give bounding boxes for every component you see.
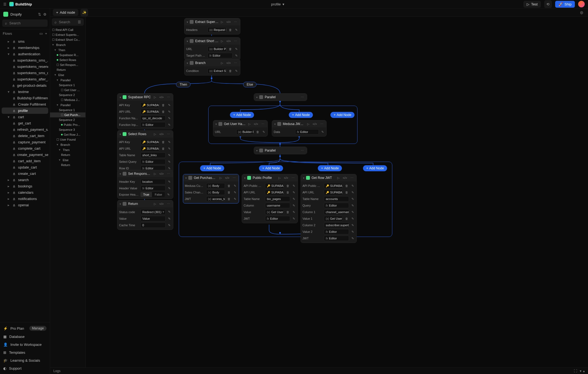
- play-icon[interactable]: ▷: [153, 172, 157, 176]
- trash-icon[interactable]: 🗑: [228, 28, 233, 31]
- outline-public-pro---[interactable]: Public Pro...: [50, 122, 85, 127]
- trash-icon[interactable]: 🗑: [227, 197, 231, 201]
- outline-sequence-3[interactable]: Sequence 3: [50, 127, 85, 132]
- toggle[interactable]: TrueFalse: [140, 192, 165, 197]
- sidebar-item-create-fulfillment[interactable]: ⋔Create Fulfillment: [2, 101, 48, 108]
- edit-icon[interactable]: ✎: [292, 204, 296, 207]
- outline-extract-short-co---[interactable]: Extract Short Co...: [50, 37, 85, 42]
- row-field[interactable]: (x)Request Head...: [207, 27, 226, 33]
- row-field[interactable]: Redirect (301)▾: [140, 209, 166, 215]
- test-button[interactable]: ▷Test: [523, 1, 541, 8]
- manage-pill[interactable]: Manage: [29, 326, 47, 331]
- row-field[interactable]: fxEditor: [295, 129, 319, 135]
- search-input[interactable]: [9, 21, 55, 25]
- node-medusa-jwt[interactable]: ▾Medusa JWT Auth▷</>⋯DatafxEditor✎: [272, 120, 327, 137]
- outline-parallel[interactable]: ▾Parallel: [50, 77, 85, 83]
- sidebar-support[interactable]: ◐Support: [0, 364, 50, 372]
- edit-icon[interactable]: ✎: [351, 191, 355, 194]
- folder-icon[interactable]: ▭: [39, 31, 43, 36]
- history-icon[interactable]: ⟲: [544, 0, 552, 8]
- outline-sequence-1[interactable]: Sequence 1: [50, 83, 85, 88]
- trash-icon[interactable]: 🗑: [255, 130, 260, 134]
- row-field[interactable]: (x)Extract Short ...: [207, 68, 226, 74]
- node-header[interactable]: ▾Extract Supertoken...▷</>⋯: [185, 18, 240, 25]
- node-extract-supertokens[interactable]: ▾Extract Supertoken...▷</>⋯Headers(x)Req…: [184, 18, 240, 34]
- edit-icon[interactable]: ✎: [167, 167, 171, 170]
- row-field[interactable]: channel_username: [324, 209, 349, 215]
- gear-icon[interactable]: ⚙: [43, 12, 47, 16]
- node-header[interactable]: ▾Extract Short Code▷</>⋯: [185, 37, 240, 45]
- sidebar-item-cart-add-item[interactable]: ⋔cart_add_item: [2, 158, 48, 164]
- row-field[interactable]: (x)Builder Page U...: [207, 46, 226, 52]
- row-field[interactable]: (x)Body: [206, 183, 225, 189]
- outline-then[interactable]: ▾Then: [50, 147, 85, 152]
- chevron-up-icon[interactable]: ▴: [583, 369, 585, 373]
- sidebar-item-capture-payment[interactable]: ⋔capture_payment: [2, 139, 48, 145]
- row-field[interactable]: 🔑SUPABASE_TE...: [140, 109, 159, 114]
- play-icon[interactable]: ▷: [153, 202, 157, 206]
- node-return[interactable]: ▾Return▷</>⋯Status codeRedirect (301)▾✎V…: [117, 200, 173, 230]
- trash-icon[interactable]: 🗑: [344, 184, 349, 187]
- outline-return[interactable]: Return: [50, 152, 85, 157]
- row-field[interactable]: username: [265, 203, 290, 208]
- node-branch[interactable]: ▾Branch▷</>⋯Condition(x)Extract Short ..…: [184, 59, 240, 76]
- filter-icon[interactable]: ☰: [78, 20, 81, 24]
- sidebar-item-search[interactable]: ▸⋔search: [2, 177, 48, 183]
- project-selector[interactable]: Dropify ⇅ ⚙: [2, 11, 48, 18]
- sidebar-item-sms[interactable]: ▸⋔sms: [2, 38, 48, 45]
- outline-get-user----[interactable]: Get User ...: [50, 88, 85, 92]
- row-field[interactable]: 🔑SUPABASE_T...: [265, 183, 284, 189]
- sidebar-item-textme[interactable]: ▾⋔textme: [2, 89, 48, 95]
- chevron-down-icon[interactable]: ▾: [580, 369, 581, 373]
- trash-icon[interactable]: 🗑: [161, 103, 166, 107]
- outline-else[interactable]: ▾Else: [50, 157, 85, 163]
- node-set-response-header[interactable]: ▾Set Response Hea...▷</>⋯Header Keylocat…: [117, 170, 173, 199]
- sidebar-item-supertokens-after----[interactable]: ⋔supertokens_after_...: [2, 76, 48, 82]
- more-icon[interactable]: ⋯: [261, 122, 265, 126]
- breadcrumb[interactable]: profile ▾: [32, 2, 523, 6]
- row-field[interactable]: fxEditor: [140, 159, 166, 164]
- more-icon[interactable]: ⋯: [319, 122, 324, 126]
- row-field[interactable]: (x)Body: [206, 190, 225, 195]
- edit-icon[interactable]: ✎: [351, 217, 355, 221]
- trash-icon[interactable]: 🗑: [228, 69, 233, 73]
- play-icon[interactable]: ▷: [153, 132, 157, 136]
- code-icon[interactable]: </>: [226, 39, 232, 43]
- row-field[interactable]: (x)Get User Handle: [265, 209, 284, 215]
- outline-user-found[interactable]: User Found: [50, 137, 85, 142]
- add-node-seq1-top[interactable]: +Add Node: [230, 112, 254, 118]
- ship-button[interactable]: 🚀Ship: [555, 1, 575, 8]
- sidebar-templates[interactable]: ⊞Templates: [0, 349, 50, 356]
- edit-icon[interactable]: ✎: [167, 123, 171, 127]
- edit-icon[interactable]: ✎: [167, 210, 171, 214]
- code-icon[interactable]: </>: [226, 61, 232, 65]
- row-field[interactable]: fxEditor: [207, 53, 233, 58]
- trash-icon[interactable]: 🗑: [161, 140, 166, 144]
- plus-icon[interactable]: +: [45, 31, 47, 36]
- edit-icon[interactable]: ✎: [351, 204, 355, 207]
- more-icon[interactable]: ⋯: [166, 172, 171, 176]
- edit-icon[interactable]: ✎: [234, 69, 238, 73]
- trash-icon[interactable]: 🗑: [286, 210, 290, 214]
- edit-icon[interactable]: ✎: [351, 197, 355, 201]
- more-icon[interactable]: ⋯: [166, 132, 171, 136]
- sidebar-item-update-cart[interactable]: ⋔update_cart: [2, 164, 48, 170]
- edit-icon[interactable]: ✎: [351, 237, 355, 240]
- outline-return[interactable]: Return: [50, 67, 85, 72]
- node-select-rows[interactable]: ▾Select Rows▷</>⋯API Key🔑SUPABASE_TE...🗑…: [117, 130, 173, 173]
- edit-icon[interactable]: ✎: [262, 130, 266, 134]
- edit-icon[interactable]: ✎: [292, 184, 296, 188]
- edit-icon[interactable]: ✎: [234, 54, 238, 57]
- edit-icon[interactable]: ✎: [351, 210, 355, 214]
- more-icon[interactable]: ⋯: [233, 61, 238, 65]
- add-node-seq-d[interactable]: +Add Node: [363, 165, 387, 171]
- sidebar-database[interactable]: ▦Database: [0, 333, 50, 341]
- sidebar-item-buildship-fulfillmen---[interactable]: ⋔Buildship Fulfillmen...: [2, 95, 48, 101]
- row-field[interactable]: (x)Get User Handle: [324, 216, 343, 221]
- more-icon[interactable]: ⋯: [300, 149, 305, 152]
- trash-icon[interactable]: 🗑: [227, 191, 231, 194]
- node-supabase-rpc[interactable]: ▾Supabase RPC▷</>⋯API Key🔑SUPABASE_TE...…: [117, 93, 173, 129]
- play-icon[interactable]: ▷: [220, 61, 224, 65]
- outline-rest-api-call[interactable]: Rest API Call: [50, 27, 85, 32]
- outline-medusa-j---[interactable]: Medusa J...: [50, 97, 85, 102]
